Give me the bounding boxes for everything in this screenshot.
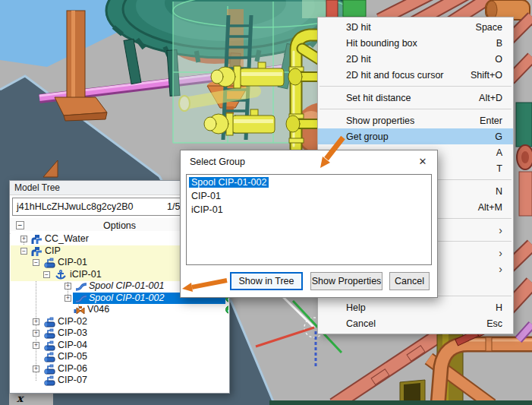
- tree-item-label[interactable]: Spool CIP-01-001: [89, 280, 164, 292]
- menu-item-cancel[interactable]: CancelEsc: [318, 315, 513, 331]
- system-icon: [30, 246, 44, 257]
- menu-item-3d-hit[interactable]: 3D hitSpace: [318, 19, 513, 35]
- expand-plus-icon[interactable]: +: [33, 365, 39, 372]
- tree-row-cip-03[interactable]: +CIP-03: [11, 327, 228, 340]
- model-id-counter: 1/5: [167, 198, 180, 215]
- select-group-dialog: Select Group ✕ Spool CIP-01-002CIP-01iCI…: [180, 150, 438, 298]
- submenu-chevron-icon: ›: [499, 225, 502, 236]
- tree-item-label[interactable]: CIP-01: [58, 257, 87, 268]
- group-list: Spool CIP-01-002CIP-01iCIP-01: [186, 174, 432, 265]
- expand-plus-icon[interactable]: +: [65, 283, 71, 290]
- tree-row-cip-06[interactable]: +CIP-06: [11, 363, 228, 375]
- menu-item-label: 2D hit: [346, 54, 371, 65]
- group-list-item[interactable]: CIP-01: [187, 190, 431, 204]
- tree-item-label[interactable]: CIP-03: [58, 327, 87, 339]
- menu-separator: [320, 109, 512, 109]
- menu-item-label: 3D hit: [346, 22, 371, 33]
- menu-item-label: Show properties: [346, 115, 414, 126]
- close-icon[interactable]: ✕: [411, 151, 434, 172]
- submenu-chevron-icon: ›: [499, 264, 502, 274]
- menu-item-shortcut: A: [496, 147, 502, 158]
- menu-item-2d-hit-and-focus-cursor[interactable]: 2D hit and focus cursorShift+O: [318, 67, 513, 83]
- menu-item-shortcut: H: [496, 302, 502, 313]
- menu-item-show-properties[interactable]: Show propertiesEnter: [318, 112, 513, 128]
- collapse-minus-icon[interactable]: −: [33, 259, 39, 266]
- tree-item-label[interactable]: CIP: [45, 245, 61, 257]
- menu-item-help[interactable]: HelpH: [318, 299, 513, 315]
- system-icon: [30, 234, 44, 245]
- pump-icon: [43, 328, 57, 339]
- menu-item-label: Get group: [346, 131, 389, 142]
- group-list-item-label: CIP-01: [189, 191, 223, 201]
- expand-plus-icon[interactable]: +: [33, 318, 39, 325]
- menu-item-shortcut: B: [496, 38, 502, 49]
- menu-item-hit-bounding-box[interactable]: Hit bounding boxB: [318, 35, 513, 51]
- options-label: Options: [103, 220, 136, 231]
- tree-item-label[interactable]: CIP-02: [58, 316, 87, 327]
- spool-icon: [74, 281, 88, 292]
- tree-row-cip-05[interactable]: CIP-05: [11, 351, 228, 363]
- tree-row-cip-07[interactable]: CIP-07: [11, 375, 228, 387]
- menu-item-2d-hit[interactable]: 2D hitO: [318, 51, 513, 67]
- tree-item-label[interactable]: CIP-07: [58, 375, 87, 386]
- pump-icon: [43, 375, 57, 386]
- pump-icon: [43, 352, 57, 362]
- anchor-icon: [54, 270, 68, 280]
- menu-item-shortcut: T: [496, 163, 502, 174]
- pump-icon: [43, 340, 57, 351]
- menu-item-label: Hit bounding box: [346, 38, 417, 49]
- tree-item-label[interactable]: V046: [87, 304, 109, 315]
- menu-item-label: Help: [346, 302, 366, 313]
- model-id-value: j41hHLcZHJwuLc8g2cy2B0: [13, 201, 134, 212]
- menu-item-set-hit-distance[interactable]: Set hit distanceAlt+D: [318, 90, 513, 106]
- group-list-item[interactable]: iCIP-01: [187, 204, 431, 217]
- collapse-minus-icon[interactable]: −: [43, 271, 50, 278]
- check-badge-icon: ✓: [225, 305, 228, 314]
- menu-item-label: Cancel: [346, 318, 376, 329]
- tree-item-label[interactable]: CC_Water: [45, 233, 89, 245]
- menu-item-shortcut: Shift+O: [471, 70, 502, 81]
- expand-plus-icon[interactable]: +: [65, 295, 71, 302]
- menu-item-shortcut: G: [495, 131, 502, 142]
- expand-plus-icon[interactable]: +: [20, 236, 27, 242]
- tree-row-cip-02[interactable]: +CIP-02: [11, 316, 228, 328]
- tree-item-label[interactable]: CIP-04: [58, 340, 87, 351]
- application-window: x Model Tree j41hHLcZHJwuLc8g2cy2B0 1/5 …: [0, 0, 532, 405]
- expand-plus-icon[interactable]: +: [33, 342, 39, 349]
- menu-item-shortcut: Enter: [480, 115, 502, 126]
- menu-item-label: 2D hit and focus cursor: [346, 70, 444, 81]
- menu-item-shortcut: O: [495, 54, 502, 65]
- menu-item-shortcut: Alt+D: [479, 93, 502, 103]
- expand-plus-icon[interactable]: +: [33, 330, 39, 337]
- group-list-item-label: Spool CIP-01-002: [189, 177, 269, 188]
- show-in-tree-button[interactable]: Show in Tree: [230, 272, 303, 290]
- show-properties-button[interactable]: Show Properties: [310, 272, 382, 290]
- tree-item-label[interactable]: CIP-06: [58, 363, 87, 375]
- collapse-minus-icon[interactable]: −: [20, 248, 27, 255]
- pump-icon: [43, 258, 57, 268]
- valve-icon: [74, 305, 87, 315]
- dialog-title: Select Group: [190, 157, 245, 167]
- menu-item-get-group[interactable]: Get groupG: [318, 128, 513, 144]
- menu-item-shortcut: Esc: [486, 318, 502, 329]
- menu-item-shortcut: Space: [476, 22, 502, 33]
- tree-item-label[interactable]: Spool CIP-01-002: [89, 293, 164, 304]
- dialog-buttons: Show in TreeShow PropertiesCancel: [181, 272, 437, 295]
- tree-item-label[interactable]: CIP-05: [58, 351, 87, 362]
- submenu-chevron-icon: ›: [499, 248, 502, 258]
- tree-row-cip-04[interactable]: +CIP-04: [11, 340, 228, 352]
- pump-icon: [43, 317, 57, 327]
- pump-icon: [43, 364, 57, 375]
- menu-item-shortcut: Alt+M: [478, 202, 502, 213]
- collapse-all-button[interactable]: −: [16, 221, 24, 229]
- cancel-button[interactable]: Cancel: [389, 272, 430, 290]
- tree-row-v046[interactable]: V046✓: [11, 304, 228, 316]
- menu-item-shortcut: N: [496, 186, 502, 197]
- model-tree-title: Model Tree: [14, 182, 60, 193]
- spool-icon: [74, 293, 88, 304]
- tree-item-label[interactable]: iCIP-01: [70, 269, 102, 280]
- group-list-item[interactable]: Spool CIP-01-002: [187, 176, 431, 190]
- group-list-item-label: iCIP-01: [189, 204, 225, 215]
- menu-item-label: Set hit distance: [346, 93, 411, 103]
- dialog-titlebar[interactable]: Select Group ✕: [181, 150, 437, 173]
